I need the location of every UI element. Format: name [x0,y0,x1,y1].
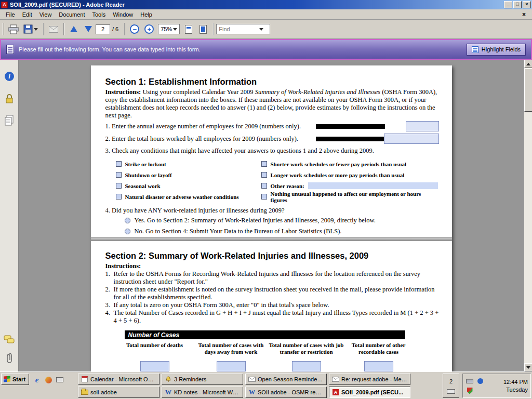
task-button-label: SOII adobe - OSMR revi... [258,389,324,395]
menu-file[interactable]: File [2,10,19,19]
question-1-text: 1. Enter the annual average number of em… [105,123,301,130]
checkbox-shutdown-or-layoff[interactable] [116,172,122,178]
clock-day: Tuesday [503,386,528,394]
radio-no[interactable] [125,229,130,234]
checkbox-label: Natural disaster or adverse weather cond… [125,194,239,200]
language-indicator-label: 2 [449,378,453,384]
zoom-out-button[interactable]: − [127,22,142,36]
other-reason-input[interactable] [308,182,438,189]
close-document-icon[interactable]: × [518,11,530,18]
hours-input[interactable] [384,134,439,144]
other-cases-input[interactable] [364,361,393,371]
column-header-other-recordable: Total number of other recordable cases [340,342,418,355]
checkbox-row: Strike or lockout [116,158,261,169]
task-button-calendar[interactable]: Calendar - Microsoft Outl... [78,374,159,385]
scroll-down-button[interactable] [524,363,532,371]
find-dropdown-icon[interactable] [259,28,263,31]
checkbox-shorter-schedules[interactable] [261,161,267,167]
scroll-up-button[interactable] [524,60,532,68]
save-a-copy-icon [23,24,33,34]
task-button-kd-notes[interactable]: W KD notes - Microsoft Word [162,387,243,398]
number-of-cases-columns: Total number of deaths Total number of c… [105,342,439,361]
printer-icon[interactable] [466,379,473,383]
menu-help[interactable]: Help [137,10,156,19]
attachments-button[interactable] [4,352,15,364]
quick-launch-icon-2[interactable] [44,375,53,384]
menu-edit[interactable]: Edit [19,10,36,19]
radio-yes-label: Yes. Go to Section 2: Summary of Work-Re… [135,217,376,224]
minimize-button[interactable]: _ [504,1,512,8]
menu-view[interactable]: View [36,10,56,19]
section-divider [91,237,452,241]
task-button-soii-adobe-doc[interactable]: W SOII adobe - OSMR revi... [245,387,327,398]
form-document-icon [6,45,14,54]
zoom-level-dropdown[interactable]: 75% [158,24,180,34]
next-page-button[interactable] [81,22,96,36]
checkbox-label: Strike or lockout [125,161,166,167]
task-button-soii-adobe-folder[interactable]: soii-adobe [78,387,159,398]
scrollbar-thumb[interactable] [524,69,532,112]
previous-page-button[interactable] [66,22,81,36]
language-indicator[interactable]: 2 [443,374,459,398]
vertical-scrollbar[interactable] [524,60,532,371]
checkbox-other-reason[interactable] [261,183,267,189]
radio-yes[interactable] [125,218,130,223]
email-button[interactable] [46,22,61,36]
window-title: SOII_2009.pdf (SECURED) - Adobe Reader [10,2,503,8]
security-button[interactable] [4,93,15,104]
highlight-fields-icon [472,46,478,53]
item-text: Refer to the OSHA Forms for Recording Wo… [114,270,439,286]
security-shield-icon[interactable] [467,388,473,394]
checkbox-row: Shorter work schedules or fewer pay peri… [261,158,439,169]
number-of-cases-header: Number of Cases [125,330,405,339]
how-to-button[interactable]: i [4,71,15,82]
maximize-button[interactable]: □ [513,1,522,8]
start-button[interactable]: Start [1,374,29,385]
comments-icon [4,335,15,344]
task-button-reminders[interactable]: 3 Reminders [162,374,243,385]
pages-button[interactable] [4,114,15,126]
instruction-item: 2. If more than one establishment is not… [105,286,439,301]
volume-icon[interactable] [477,378,483,384]
toolbar-separator [43,23,44,35]
checkbox-nothing-unusual[interactable] [261,194,267,200]
checkbox-longer-schedules[interactable] [261,172,267,178]
task-button-open-season[interactable]: Open Season Reminders... [245,374,327,385]
instructions-label: Instructions: [105,88,141,96]
zoom-in-button[interactable]: + [142,22,156,36]
fit-width-button[interactable] [181,22,196,36]
attachments-icon [6,352,13,364]
print-button[interactable] [6,22,21,36]
menu-document[interactable]: Document [55,10,88,19]
save-a-copy-button[interactable] [21,22,41,36]
fit-page-button[interactable] [196,22,210,36]
instruction-item: 1. Refer to the OSHA Forms for Recording… [105,270,439,286]
page-number-input[interactable] [96,24,110,34]
highlight-fields-button[interactable]: Highlight Fields [467,44,526,56]
checkbox-strike-or-lockout[interactable] [116,161,122,167]
internet-explorer-icon[interactable]: e [32,375,42,384]
quick-launch-icon-3[interactable] [55,375,64,384]
find-input[interactable] [217,26,258,32]
task-button-label: Re: request adobe - Mes... [341,376,407,382]
menu-tools[interactable]: Tools [89,10,110,19]
zoom-in-icon: + [144,24,154,34]
title-bar: A SOII_2009.pdf (SECURED) - Adobe Reader… [0,0,532,9]
days-away-input[interactable] [217,361,246,371]
checkbox-natural-disaster[interactable] [116,194,122,200]
chevron-down-icon [173,28,177,31]
task-button-soii-pdf-active[interactable]: A SOII_2009.pdf (SECU... [329,387,410,398]
employees-input[interactable] [406,121,439,131]
task-button-re-request-adobe[interactable]: Re: request adobe - Mes... [329,374,410,385]
document-area[interactable]: Section 1: Establishment Information Ins… [19,60,524,371]
menu-window[interactable]: Window [109,10,137,19]
checkbox-row: Seasonal work [116,180,261,191]
close-button[interactable]: × [523,1,531,8]
deaths-input[interactable] [140,361,169,371]
job-transfer-input[interactable] [292,361,321,371]
checkbox-label: Nothing unusual happened to affect our e… [271,191,439,203]
checkbox-seasonal-work[interactable] [116,183,122,189]
comments-button[interactable] [4,334,15,345]
printer-icon [8,24,19,34]
windows-flag-icon [4,376,10,383]
